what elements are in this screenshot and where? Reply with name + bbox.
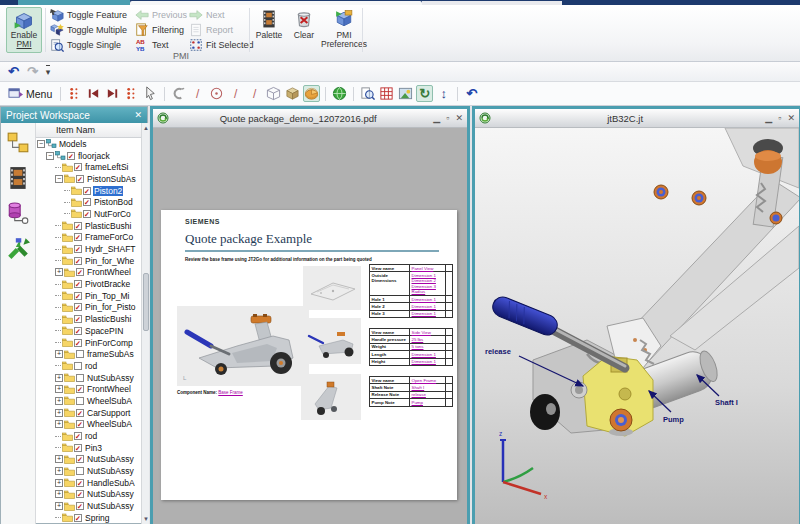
pmi-checkbox[interactable]: ✓ bbox=[76, 409, 84, 417]
cube-wire-icon[interactable] bbox=[265, 85, 282, 102]
scrollbar-thumb[interactable] bbox=[143, 273, 149, 331]
pmi-checkbox[interactable] bbox=[76, 350, 84, 358]
toggle-multiple-button[interactable]: Toggle Multiple bbox=[48, 22, 132, 37]
restore-icon[interactable]: ▫ bbox=[446, 114, 449, 123]
pmi-checkbox[interactable]: ✓ bbox=[74, 280, 82, 288]
undo-icon[interactable]: ↶ bbox=[8, 66, 19, 78]
line-tool-icon[interactable]: / bbox=[189, 85, 206, 102]
pmi-checkbox[interactable] bbox=[74, 362, 82, 370]
collapse-icon[interactable]: − bbox=[37, 140, 45, 148]
close-icon[interactable]: ✕ bbox=[455, 114, 463, 123]
tree-item-rod[interactable]: ✓rod bbox=[36, 430, 141, 442]
pmi-checkbox[interactable]: ✓ bbox=[74, 222, 82, 230]
release-label[interactable]: release bbox=[485, 347, 511, 356]
component-name-link[interactable]: Base Frame bbox=[218, 390, 243, 395]
tree-scrollbar[interactable]: ▲ ▼ bbox=[141, 123, 149, 524]
expand-icon[interactable]: + bbox=[55, 268, 63, 276]
expand-icon[interactable]: + bbox=[55, 397, 63, 405]
step-forward-icon[interactable] bbox=[104, 85, 121, 102]
pmi-checkbox[interactable]: ✓ bbox=[74, 432, 82, 440]
shaft-label[interactable]: Shaft I bbox=[715, 398, 738, 407]
pdf-content-area[interactable]: SIEMENS Quote package Example Review the… bbox=[153, 128, 467, 524]
table-link[interactable]: Dimension 1 bbox=[412, 359, 444, 364]
media-tools-icon[interactable] bbox=[6, 236, 30, 260]
tree-item-pin-top-mi[interactable]: ✓Pin_Top_Mi bbox=[36, 290, 141, 302]
line-tool3-icon[interactable]: / bbox=[246, 85, 263, 102]
expand-icon[interactable]: + bbox=[55, 385, 63, 393]
image-capture-icon[interactable] bbox=[397, 85, 414, 102]
tree-item-spacepin[interactable]: ✓SpacePIN bbox=[36, 325, 141, 337]
table-link[interactable]: 25 lbs bbox=[412, 337, 444, 342]
toggle-single-button[interactable]: Toggle Single bbox=[48, 37, 132, 52]
pmi-checkbox[interactable] bbox=[76, 467, 84, 475]
tree-item-pinforcomp[interactable]: ✓PinForComp bbox=[36, 337, 141, 349]
table-link[interactable]: Dimension 1 bbox=[412, 304, 444, 309]
expand-icon[interactable]: + bbox=[55, 479, 63, 487]
table-link[interactable]: Pump bbox=[412, 400, 444, 405]
tree-item-frameleftsi[interactable]: ✓frameLeftSi bbox=[36, 161, 141, 173]
toggle-feature-button[interactable]: Toggle Feature bbox=[48, 7, 132, 22]
expand-icon[interactable]: + bbox=[55, 409, 63, 417]
tree-item-frontwheel[interactable]: +✓FrontWheel bbox=[36, 383, 141, 395]
refresh-icon[interactable]: ↻ bbox=[416, 85, 433, 102]
pmi-checkbox[interactable]: ✓ bbox=[83, 210, 91, 218]
collapse-icon[interactable]: − bbox=[46, 152, 54, 160]
tree-item-hydr-shaft[interactable]: ✓Hydr_SHAFT bbox=[36, 243, 141, 255]
pmi-checkbox[interactable]: ✓ bbox=[74, 315, 82, 323]
pmi-checkbox[interactable]: ✓ bbox=[74, 257, 82, 265]
tree-column-header[interactable]: Item Nam bbox=[36, 123, 149, 138]
expand-icon[interactable]: + bbox=[55, 420, 63, 428]
pmi-checkbox[interactable]: ✓ bbox=[74, 327, 82, 335]
expand-icon[interactable]: + bbox=[55, 455, 63, 463]
tree-item-nutsubassy[interactable]: +✓NutSubAssy bbox=[36, 500, 141, 512]
table-link[interactable]: Open Frame bbox=[412, 378, 444, 383]
tree-item-framesubas[interactable]: +frameSubAs bbox=[36, 348, 141, 360]
pdf-window-titlebar[interactable]: Quote package_demo_12072016.pdf ▁ ▫ ✕ bbox=[153, 109, 467, 128]
tree-item-rod[interactable]: rod bbox=[36, 360, 141, 372]
pmi-checkbox[interactable]: ✓ bbox=[74, 163, 82, 171]
pmi-checkbox[interactable]: ✓ bbox=[74, 245, 82, 253]
zoom-page-icon[interactable] bbox=[359, 85, 376, 102]
globe-icon[interactable] bbox=[331, 85, 348, 102]
pmi-checkbox[interactable]: ✓ bbox=[76, 420, 84, 428]
restore-icon[interactable]: ▫ bbox=[778, 114, 781, 123]
tree-item-models[interactable]: −Models bbox=[36, 138, 141, 150]
tree-item-spring[interactable]: ✓Spring bbox=[36, 512, 141, 524]
tree-item-wheelsuba[interactable]: +✓WheelSubA bbox=[36, 419, 141, 431]
tree-item-nutsubassy[interactable]: +NutSubAssy bbox=[36, 372, 141, 384]
expand-icon[interactable]: + bbox=[55, 502, 63, 510]
table-link[interactable]: Dimension 1 bbox=[412, 352, 444, 357]
tree-item-plasticbushi[interactable]: ✓PlasticBushi bbox=[36, 220, 141, 232]
pmi-checkbox[interactable]: ✓ bbox=[83, 198, 91, 206]
filtering-button[interactable]: Filtering bbox=[133, 22, 186, 37]
tree-item-plasticbushi[interactable]: ✓PlasticBushi bbox=[36, 313, 141, 325]
tree-item-handlesuba[interactable]: +✓HandleSubA bbox=[36, 477, 141, 489]
pmi-checkbox[interactable]: ✓ bbox=[76, 490, 84, 498]
collapse-icon[interactable]: − bbox=[55, 175, 63, 183]
select-pointer-icon[interactable] bbox=[142, 85, 159, 102]
tree-item-frontwheel[interactable]: +✓FrontWheel bbox=[36, 267, 141, 279]
palette-button[interactable]: Palette bbox=[252, 8, 286, 52]
tree-item-pin-for-whe[interactable]: ✓Pin_for_Whe bbox=[36, 255, 141, 267]
pmi-list2-icon[interactable] bbox=[123, 85, 140, 102]
pmi-checkbox[interactable]: ✓ bbox=[76, 268, 84, 276]
pmi-checkbox[interactable]: ✓ bbox=[74, 514, 82, 522]
resize-vertical-icon[interactable]: ↕ bbox=[435, 85, 452, 102]
pmi-list-icon[interactable] bbox=[66, 85, 83, 102]
expand-icon[interactable]: + bbox=[55, 350, 63, 358]
pmi-checkbox[interactable] bbox=[76, 397, 84, 405]
pmi-checkbox[interactable]: ✓ bbox=[83, 187, 91, 195]
pmi-checkbox[interactable]: ✓ bbox=[74, 339, 82, 347]
table-link[interactable]: Radius bbox=[412, 289, 444, 294]
pmi-checkbox[interactable]: ✓ bbox=[76, 455, 84, 463]
animation-icon[interactable] bbox=[6, 166, 30, 190]
close-icon[interactable]: ✕ bbox=[787, 114, 795, 123]
expand-icon[interactable]: + bbox=[55, 467, 63, 475]
jt-window-titlebar[interactable]: jtB32C.jt ▁ ▫ ✕ bbox=[475, 109, 799, 128]
circle-tool-icon[interactable] bbox=[208, 85, 225, 102]
scroll-down-icon[interactable]: ▼ bbox=[142, 514, 149, 524]
table-link[interactable]: Side View bbox=[412, 330, 444, 335]
tree-item-nutsubassy[interactable]: +✓NutSubAssy bbox=[36, 489, 141, 501]
step-back-icon[interactable] bbox=[85, 85, 102, 102]
clear-button[interactable]: Clear bbox=[289, 8, 319, 52]
